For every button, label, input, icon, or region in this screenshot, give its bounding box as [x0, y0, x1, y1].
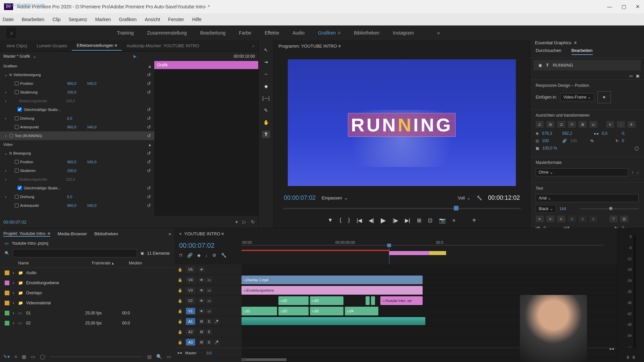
scrub-end-icon[interactable]: ◦: [520, 206, 521, 210]
scale-value[interactable]: 100,0: [67, 90, 87, 94]
slip-tool-icon[interactable]: |↔|: [262, 95, 270, 102]
keyframe-area[interactable]: Grafik: [154, 61, 258, 216]
font-weight-dropdown[interactable]: Black ⌄: [536, 205, 556, 213]
position-y[interactable]: 540,0: [87, 160, 107, 164]
opacity[interactable]: 100,0 %: [542, 146, 559, 150]
lock-icon[interactable]: 🔒: [178, 299, 182, 303]
track-target-icon[interactable]: ▭: [206, 277, 212, 283]
rotation[interactable]: 0: [622, 138, 639, 143]
lock-icon[interactable]: 🔒: [178, 288, 182, 293]
program-timecode-current[interactable]: 00:00:07:02: [284, 194, 316, 201]
audio-clip[interactable]: [241, 317, 425, 325]
out-point-icon[interactable]: }: [348, 217, 350, 223]
twirl-icon[interactable]: ⌄: [3, 151, 8, 156]
ripple-tool-icon[interactable]: ↔: [262, 70, 270, 78]
align-right-icon[interactable]: ⊐: [557, 121, 565, 128]
auto-icon[interactable]: ▤: [147, 354, 152, 359]
text-right-icon[interactable]: ≡: [557, 216, 565, 222]
menu-grafiken[interactable]: Grafiken: [119, 17, 137, 22]
reset-icon[interactable]: ↺: [147, 168, 151, 173]
wrench-icon[interactable]: 🔧: [221, 253, 226, 258]
solo-right-icon[interactable]: S: [633, 355, 635, 359]
reset-icon[interactable]: ↺: [147, 133, 151, 138]
hand-tool-icon[interactable]: ✋: [262, 119, 270, 126]
ws-color[interactable]: Farbe: [239, 30, 251, 36]
group-icon[interactable]: ▣: [636, 74, 639, 78]
resolution-dropdown[interactable]: Voll ⌄: [458, 195, 471, 200]
clip[interactable]: [366, 296, 370, 305]
stopwatch-icon[interactable]: [15, 81, 19, 85]
overflow-icon[interactable]: »: [169, 231, 171, 236]
mute-icon[interactable]: M: [199, 319, 205, 324]
zoom-dropdown[interactable]: Einpassen ⌄: [322, 195, 348, 200]
clip[interactable]: ▭ 03: [310, 296, 343, 305]
track-toggle[interactable]: V5: [186, 266, 195, 273]
visibility-icon[interactable]: ◉: [538, 63, 542, 68]
anchor-y[interactable]: 540,0: [87, 125, 107, 129]
sync-icon[interactable]: ↓: [205, 253, 208, 258]
ws-audio[interactable]: Audio: [292, 30, 305, 36]
reset-icon[interactable]: ↺: [147, 116, 151, 121]
clip-highlight[interactable]: [429, 251, 446, 255]
type-tool-icon[interactable]: T: [262, 131, 270, 138]
stopwatch-icon[interactable]: [15, 195, 19, 199]
tab-media-browser[interactable]: Media-Browser: [58, 231, 87, 236]
tab-effect-controls[interactable]: Effekteinstellungen ≡: [72, 41, 122, 51]
minimize-icon[interactable]: —: [607, 4, 612, 10]
opacity-stopwatch-icon[interactable]: ◯: [635, 146, 639, 150]
panel-menu-icon[interactable]: ≡: [574, 40, 577, 45]
clip[interactable]: ▭ 02: [278, 296, 309, 305]
stopwatch-icon[interactable]: [15, 90, 19, 94]
linked-sel-icon[interactable]: 🔗: [187, 253, 193, 258]
lock-icon[interactable]: 🔒: [178, 330, 182, 334]
sequence-clip-label[interactable]: YOUTUBE INTRO * Grafik: [3, 1, 47, 9]
loop-icon[interactable]: ↻: [251, 219, 255, 225]
clip[interactable]: ▭ 02: [278, 307, 309, 315]
program-scrubber[interactable]: ◦ ◦: [284, 205, 520, 213]
col-name[interactable]: Name: [18, 261, 92, 265]
track-toggle[interactable]: V3: [186, 287, 195, 294]
text-top-icon[interactable]: ⊤: [609, 216, 618, 222]
anchor-x[interactable]: 0,0: [602, 131, 619, 136]
tab-lumetri-scopes[interactable]: Lumetri-Scopes: [32, 41, 72, 50]
stopwatch-icon[interactable]: [15, 169, 19, 173]
marker-icon[interactable]: ◆: [197, 253, 201, 258]
scrub-start-icon[interactable]: ◦: [282, 206, 284, 210]
collapse-icon[interactable]: ▴: [149, 63, 151, 69]
snap-icon[interactable]: ⊓: [179, 253, 182, 258]
font-dropdown[interactable]: Arial ⌄: [536, 194, 639, 202]
export-frame-icon[interactable]: 📷: [439, 217, 446, 224]
marker-icon[interactable]: ▼: [328, 217, 333, 223]
align-center-v-icon[interactable]: ⊞: [579, 121, 587, 128]
align-center-h-icon[interactable]: ⊟: [546, 121, 554, 128]
solo-icon[interactable]: S: [206, 319, 212, 324]
tab-browse[interactable]: Durchsuchen: [536, 48, 561, 55]
ws-effects[interactable]: Effekte: [265, 30, 279, 36]
add-button-icon[interactable]: +: [472, 217, 476, 224]
lock-icon[interactable]: 🔒: [178, 267, 182, 272]
step-back-icon[interactable]: ◀|: [369, 217, 374, 224]
solo-left-icon[interactable]: S: [627, 355, 629, 359]
menu-datei[interactable]: Datei: [3, 17, 14, 22]
project-item[interactable]: ›📁Audio: [0, 268, 174, 278]
twirl-icon[interactable]: ›: [3, 177, 8, 181]
uniform-scale-checkbox[interactable]: [17, 186, 22, 190]
solo-icon[interactable]: S: [206, 340, 212, 345]
step-forward-icon[interactable]: |▶: [392, 217, 398, 224]
ws-menu-icon[interactable]: ≡: [336, 30, 340, 36]
text-justify-icon[interactable]: ≣: [568, 216, 576, 222]
text-center-icon[interactable]: ≡: [546, 216, 554, 222]
in-point-icon[interactable]: {: [339, 217, 341, 223]
distribute-h-icon[interactable]: ≡: [606, 121, 614, 128]
new-bin-icon[interactable]: ▭: [167, 354, 171, 359]
track-eye-icon[interactable]: 👁: [199, 298, 205, 303]
rec-icon[interactable]: 🎤: [213, 340, 219, 345]
zoom-scrollbar[interactable]: [246, 358, 286, 361]
play-icon[interactable]: ▶: [381, 216, 386, 224]
track-toggle[interactable]: V2: [186, 297, 195, 304]
overwrite-icon[interactable]: ⊡: [428, 217, 432, 224]
reset-icon[interactable]: ↺: [147, 185, 151, 191]
project-item[interactable]: ›📁Einstellungsebene: [0, 278, 174, 288]
prop-vektorbewegung[interactable]: Vektorbewegung: [13, 73, 60, 77]
scale-value[interactable]: 100,0: [67, 169, 87, 173]
